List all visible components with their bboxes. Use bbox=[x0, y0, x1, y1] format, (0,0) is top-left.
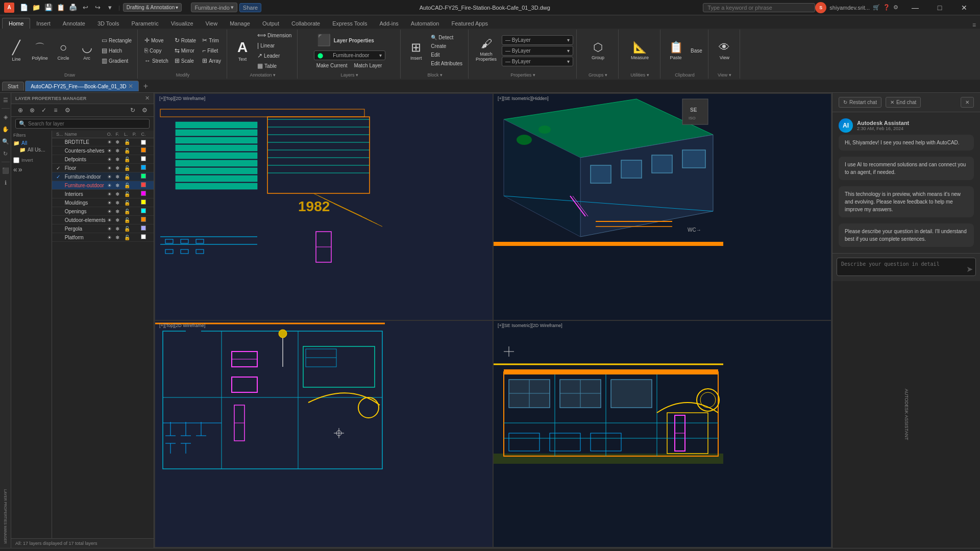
linear-btn[interactable]: |Linear bbox=[255, 41, 294, 50]
layer-row-furniture-indoor[interactable]: ✓ Furniture-indoor ☀ ❄ 🔓 bbox=[52, 172, 154, 181]
collapse-right-btn[interactable]: » bbox=[18, 165, 22, 173]
delete-layer-btn[interactable]: ⊗ bbox=[27, 105, 37, 115]
global-search[interactable] bbox=[703, 3, 815, 12]
layer-settings-btn[interactable]: ⚙ bbox=[139, 105, 150, 115]
layer-row[interactable]: Platform ☀ ❄ 🔓 bbox=[52, 233, 154, 242]
layer-search-input[interactable] bbox=[28, 121, 146, 127]
layer-mgr-icon[interactable]: ⬛ bbox=[1, 165, 11, 176]
print-btn[interactable]: 🖨️ bbox=[67, 2, 79, 13]
end-chat-btn[interactable]: ✕ End chat bbox=[886, 97, 921, 108]
save-btn[interactable]: 💾 bbox=[43, 2, 54, 13]
tab-home[interactable]: Home bbox=[2, 18, 30, 29]
layer-row[interactable]: Interiors ☀ ❄ 🔓 bbox=[52, 190, 154, 198]
tab-manage[interactable]: Manage bbox=[224, 18, 256, 29]
viewport-bottom-left[interactable]: [+][Top][2D Wireframe] bbox=[155, 321, 493, 547]
rect-btn[interactable]: ▭Rectangle bbox=[99, 36, 134, 45]
table-btn[interactable]: ▦Table bbox=[255, 61, 294, 70]
tab-featuredapps[interactable]: Featured Apps bbox=[445, 18, 494, 29]
user-avatar[interactable]: S bbox=[815, 2, 826, 13]
tab-visualize[interactable]: Visualize bbox=[165, 18, 200, 29]
hatch-btn[interactable]: ▤Hatch bbox=[99, 46, 134, 55]
props-icon[interactable]: ℹ bbox=[1, 178, 11, 188]
share-btn[interactable]: Share bbox=[239, 3, 261, 12]
line-btn[interactable]: ╱ Line bbox=[5, 38, 28, 64]
chat-send-btn[interactable]: ➤ bbox=[966, 264, 973, 274]
layer-row-furniture-outdoor[interactable]: Furniture-outdoor ☀ ❄ 🔓 bbox=[52, 181, 154, 190]
new-layer-btn[interactable]: ⊕ bbox=[15, 105, 26, 115]
view-btn[interactable]: 👁 View bbox=[713, 39, 736, 62]
gradient-btn[interactable]: ▥Gradient bbox=[99, 56, 134, 65]
layer-row[interactable]: Openings ☀ ❄ 🔓 bbox=[52, 207, 154, 216]
tab-expresstools[interactable]: Express Tools bbox=[326, 18, 373, 29]
make-current-btn[interactable]: Make Current bbox=[314, 62, 350, 69]
mirror-btn[interactable]: ⇆Mirror bbox=[172, 46, 199, 55]
layer-row[interactable]: Pergola ☀ ❄ 🔓 bbox=[52, 224, 154, 233]
saveas-btn[interactable]: 📋 bbox=[55, 2, 66, 13]
dimension-btn[interactable]: ⟺Dimension bbox=[255, 31, 294, 40]
layer-states-btn[interactable]: ≡ bbox=[51, 105, 61, 115]
redo-btn[interactable]: ↪ bbox=[92, 2, 103, 13]
lineweight-selector[interactable]: — ByLayer ▾ bbox=[502, 57, 573, 66]
text-btn[interactable]: A Text bbox=[231, 37, 254, 64]
arc-btn[interactable]: ◡ Arc bbox=[76, 38, 98, 63]
tab-parametric[interactable]: Parametric bbox=[126, 18, 165, 29]
leader-btn[interactable]: ↗Leader bbox=[255, 51, 294, 60]
base-btn[interactable]: Base bbox=[688, 47, 705, 55]
edit-attributes-btn[interactable]: Edit Attributes bbox=[428, 60, 465, 67]
edit-btn[interactable]: Edit bbox=[428, 51, 465, 59]
tab-view[interactable]: View bbox=[200, 18, 224, 29]
ribbon-more-btn[interactable]: ≡ bbox=[968, 21, 980, 29]
zoom-icon[interactable]: 🔍 bbox=[1, 136, 11, 146]
start-tab[interactable]: Start bbox=[2, 82, 24, 91]
scale-btn[interactable]: ⊞Scale bbox=[172, 56, 199, 65]
layer-row[interactable]: Defpoints ☀ ❄ 🔓 bbox=[52, 155, 154, 164]
project-dropdown[interactable]: Furniture-indo ▾ bbox=[191, 3, 237, 12]
minimize-btn[interactable]: — bbox=[903, 0, 927, 15]
more-qa-btn[interactable]: ▾ bbox=[104, 2, 115, 13]
tab-3dtools[interactable]: 3D Tools bbox=[91, 18, 126, 29]
viewport-bottom-right[interactable]: [+][SE Isometric][2D Wireframe] bbox=[494, 321, 831, 547]
filter-all-item[interactable]: 📁 All bbox=[13, 140, 50, 146]
invert-checkbox[interactable] bbox=[13, 157, 19, 163]
tab-insert[interactable]: Insert bbox=[30, 18, 57, 29]
layer-row[interactable]: Counters-shelves ☀ ❄ 🔓 bbox=[52, 146, 154, 155]
settings-icon[interactable]: ⚙ bbox=[893, 4, 898, 11]
assistant-side-label[interactable]: AUTODESK ASSISTANT bbox=[832, 281, 980, 548]
set-current-btn[interactable]: ✓ bbox=[39, 105, 49, 115]
fillet-btn[interactable]: ⌐Fillet bbox=[200, 46, 224, 55]
detect-btn[interactable]: 🔍Detect bbox=[428, 34, 465, 41]
menu-icon[interactable]: ☰ bbox=[1, 95, 11, 105]
filter-allusers-item[interactable]: 📁 All Us... bbox=[13, 146, 50, 153]
paste-btn[interactable]: 📋 Paste bbox=[665, 39, 687, 62]
close-chat-btn[interactable]: ✕ bbox=[961, 97, 974, 108]
layer-row[interactable]: Mouldings ☀ ❄ 🔓 bbox=[52, 198, 154, 207]
group-btn[interactable]: ⬡ Group bbox=[587, 39, 609, 62]
orbit-icon[interactable]: ↻ bbox=[1, 148, 11, 159]
new-btn[interactable]: 📄 bbox=[18, 2, 30, 13]
open-btn[interactable]: 📁 bbox=[31, 2, 42, 13]
settings-btn[interactable]: ⚙ bbox=[62, 105, 72, 115]
layer-panel-close[interactable]: ✕ bbox=[145, 95, 150, 102]
collapse-left-btn[interactable]: « bbox=[13, 165, 17, 173]
tab-annotate[interactable]: Annotate bbox=[57, 18, 91, 29]
viewport-top-left[interactable]: [+][Top][2D Wireframe] bbox=[155, 94, 493, 320]
layer-properties-btn[interactable]: ⬛ Layer Properties bbox=[314, 32, 377, 49]
close-btn[interactable]: ✕ bbox=[952, 0, 976, 15]
match-properties-btn[interactable]: 🖌 Match Properties bbox=[473, 35, 500, 66]
refresh-btn[interactable]: ↻ bbox=[128, 105, 138, 115]
copy-btn[interactable]: ⎘Copy bbox=[142, 46, 171, 55]
match-layer-btn[interactable]: Match Layer bbox=[351, 62, 384, 69]
undo-btn[interactable]: ↩ bbox=[80, 2, 91, 13]
maximize-btn[interactable]: □ bbox=[928, 0, 951, 15]
workspace-dropdown[interactable]: Drafting & Annotation ▾ bbox=[123, 3, 182, 12]
trim-btn[interactable]: ✂Trim bbox=[200, 36, 224, 45]
account-icon[interactable]: 🛒 bbox=[873, 4, 880, 11]
active-file-tab[interactable]: AutoCAD-FY25_Fire-—Book-Cafe_01_3D ✕ bbox=[25, 81, 139, 91]
layer-row[interactable]: BRDTITLE ☀ ❄ 🔓 bbox=[52, 138, 154, 146]
nav-icon[interactable]: ◈ bbox=[1, 112, 11, 122]
tab-addins[interactable]: Add-ins bbox=[374, 18, 405, 29]
restart-chat-btn[interactable]: ↻ Restart chat bbox=[839, 97, 881, 108]
circle-btn[interactable]: ○ Circle bbox=[52, 38, 75, 63]
array-btn[interactable]: ⊞Array bbox=[200, 56, 224, 65]
rotate-btn[interactable]: ↻Rotate bbox=[172, 36, 199, 45]
